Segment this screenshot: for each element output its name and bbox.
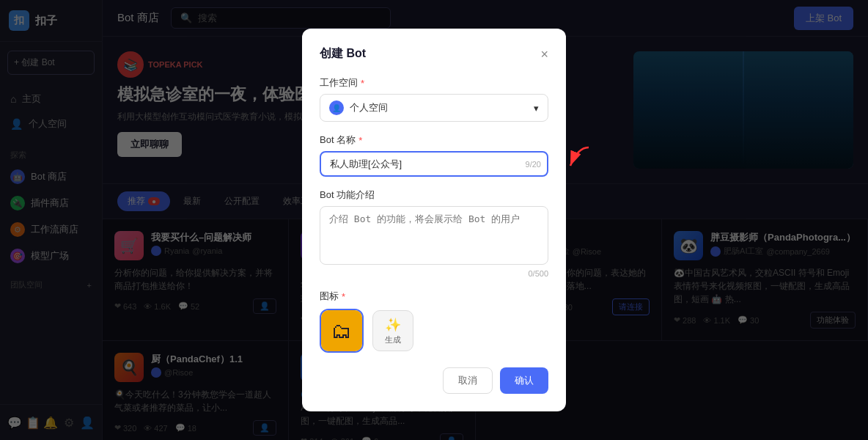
bot-name-input[interactable] xyxy=(320,151,548,177)
bot-desc-counter: 0/500 xyxy=(320,269,548,278)
modal-footer: 取消 确认 xyxy=(320,367,548,394)
red-arrow-indicator xyxy=(548,144,592,173)
bot-desc-textarea[interactable] xyxy=(320,206,548,265)
bot-name-field: Bot 名称 * 9/20 xyxy=(320,133,548,177)
modal-title: 创建 Bot xyxy=(320,46,366,62)
magic-icon: ✨ xyxy=(385,317,401,333)
workspace-required-star: * xyxy=(361,78,364,89)
bot-desc-field: Bot 功能介绍 0/500 xyxy=(320,188,548,278)
bot-name-input-wrapper: 9/20 xyxy=(320,151,548,177)
icon-section: 图标 * 🗂 ✨ 生成 xyxy=(320,290,548,353)
icon-required-star: * xyxy=(342,291,345,302)
icon-preview-box: 🗂 xyxy=(321,310,362,351)
modal-header: 创建 Bot × xyxy=(320,46,548,62)
bot-name-label: Bot 名称 * xyxy=(320,133,548,147)
workspace-value: 个人空间 xyxy=(350,101,388,114)
create-bot-modal: 创建 Bot × 工作空间 * 👤 个人空间 ▾ Bot 名称 * xyxy=(302,29,566,411)
workspace-select[interactable]: 👤 个人空间 ▾ xyxy=(320,94,548,122)
icon-preview-option[interactable]: 🗂 xyxy=(320,309,364,353)
workspace-select-left: 👤 个人空间 xyxy=(329,100,388,115)
icon-label: 图标 * xyxy=(320,290,548,303)
workspace-field: 工作空间 * 👤 个人空间 ▾ xyxy=(320,76,548,122)
workspace-avatar: 👤 xyxy=(329,100,344,115)
generate-label: 生成 xyxy=(385,334,401,345)
icon-emoji: 🗂 xyxy=(331,319,352,343)
chevron-down-icon: ▾ xyxy=(534,103,539,114)
icon-generate-option[interactable]: ✨ 生成 xyxy=(371,309,415,353)
icon-generate-box[interactable]: ✨ 生成 xyxy=(372,310,413,351)
confirm-button[interactable]: 确认 xyxy=(500,367,548,394)
workspace-label: 工作空间 * xyxy=(320,76,548,89)
bot-name-required-star: * xyxy=(358,135,362,146)
bot-name-counter: 9/20 xyxy=(526,160,541,169)
modal-close-button[interactable]: × xyxy=(540,48,548,61)
cancel-button[interactable]: 取消 xyxy=(443,367,493,394)
icon-options: 🗂 ✨ 生成 xyxy=(320,309,548,353)
bot-desc-label: Bot 功能介绍 xyxy=(320,188,548,202)
modal-backdrop[interactable]: 创建 Bot × 工作空间 * 👤 个人空间 ▾ Bot 名称 * xyxy=(0,0,868,440)
